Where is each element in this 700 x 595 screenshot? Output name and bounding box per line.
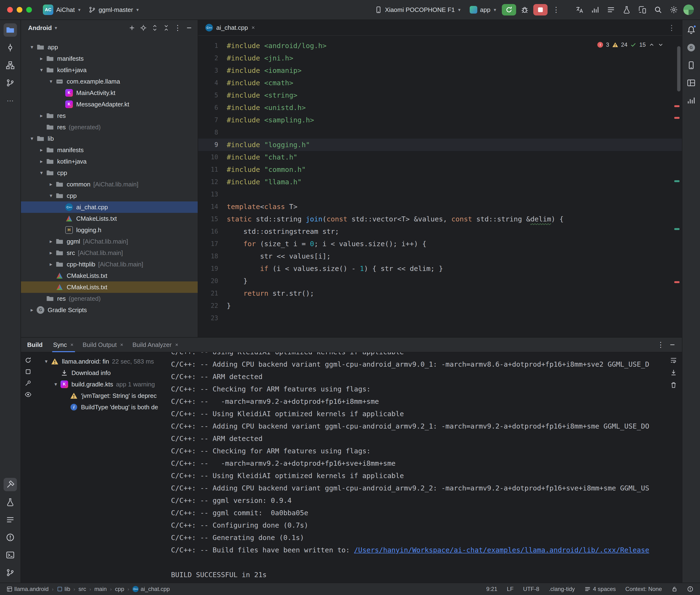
- editor-options-icon[interactable]: ⋮: [668, 24, 679, 32]
- chevron-down-icon[interactable]: ▾: [47, 78, 55, 85]
- context-widget[interactable]: Context: None: [625, 586, 662, 592]
- project-tree-item[interactable]: KMessageAdapter.kt: [21, 98, 198, 110]
- project-tree-item[interactable]: ▾app: [21, 41, 198, 53]
- analysis-mark[interactable]: [674, 180, 679, 182]
- pin-icon[interactable]: [25, 379, 32, 387]
- scroll-to-end-icon[interactable]: [670, 369, 677, 376]
- chevron-right-icon[interactable]: ▸: [37, 147, 46, 153]
- profiler-icon[interactable]: [589, 4, 601, 16]
- chevron-right-icon[interactable]: ▸: [47, 261, 55, 267]
- project-tree[interactable]: ▾app▸manifests▾kotlin+java▾com.example.l…: [21, 36, 198, 337]
- chevron-right-icon[interactable]: ▸: [47, 238, 55, 245]
- close-tab-icon[interactable]: [119, 343, 124, 347]
- device-selector[interactable]: Xiaomi POCOPHONE F1 ▾: [371, 4, 464, 16]
- tab-sync[interactable]: Sync: [49, 337, 78, 352]
- project-view-selector[interactable]: Android ▾: [28, 24, 57, 32]
- project-tree-item[interactable]: ▾lib: [21, 133, 198, 144]
- commit-tool-button[interactable]: [4, 41, 17, 54]
- tab-build-output[interactable]: Build Output: [78, 337, 128, 352]
- project-tree-item[interactable]: KMainActivity.kt: [21, 87, 198, 98]
- run-configuration-selector[interactable]: app ▾: [466, 4, 500, 16]
- more-run-actions-button[interactable]: ⋮: [550, 4, 562, 16]
- project-tree-item[interactable]: ▸src[AiChat.lib.main]: [21, 247, 198, 259]
- encoding-widget[interactable]: UTF-8: [523, 586, 539, 592]
- insights-tool-button[interactable]: [684, 94, 698, 107]
- zoom-window-button[interactable]: [26, 7, 32, 12]
- soft-wrap-icon[interactable]: [670, 357, 677, 364]
- chevron-down-icon[interactable]: ▾: [52, 381, 60, 387]
- project-tree-item[interactable]: ▾com.example.llama: [21, 76, 198, 87]
- stop-sync-icon[interactable]: [25, 368, 32, 375]
- version-control-tool-button[interactable]: [4, 566, 17, 579]
- project-tree-item[interactable]: ▸cpp-httplib[AiChat.lib.main]: [21, 259, 198, 270]
- previous-problem-icon[interactable]: [648, 42, 655, 48]
- caret-position-widget[interactable]: 9:21: [486, 586, 497, 592]
- project-tree-item[interactable]: Hlogging.h: [21, 224, 198, 236]
- build-tree-item[interactable]: ▾llama.android: fin22 sec, 583 ms: [35, 356, 169, 367]
- line-separator-widget[interactable]: LF: [507, 586, 513, 592]
- project-tree-item[interactable]: ▸GGradle Scripts: [21, 304, 198, 316]
- breadcrumb-item[interactable]: main: [94, 586, 107, 592]
- chevron-down-icon[interactable]: ▾: [28, 136, 36, 142]
- analysis-mark[interactable]: [674, 105, 679, 107]
- breadcrumb-item[interactable]: src: [78, 586, 86, 592]
- close-window-button[interactable]: [7, 7, 13, 12]
- settings-button[interactable]: [668, 4, 680, 16]
- avatar[interactable]: [683, 4, 694, 15]
- expand-all-button[interactable]: [149, 23, 160, 33]
- structure-tool-button[interactable]: [4, 59, 17, 72]
- breadcrumb-item[interactable]: C++ai_chat.cpp: [133, 586, 170, 592]
- breadcrumb-item[interactable]: llama.android: [7, 586, 49, 592]
- chevron-right-icon[interactable]: ▸: [37, 158, 46, 165]
- chevron-right-icon[interactable]: ▸: [37, 55, 46, 62]
- project-tree-item[interactable]: ▸ggml[AiChat.lib.main]: [21, 236, 198, 247]
- rerun-button[interactable]: [502, 4, 516, 16]
- build-events-tree[interactable]: ▾llama.android: fin22 sec, 583 msDownloa…: [35, 352, 169, 583]
- analysis-mark[interactable]: [674, 281, 679, 283]
- chevron-down-icon[interactable]: ▾: [37, 170, 46, 176]
- project-tree-item[interactable]: ▾cpp: [21, 167, 198, 178]
- app-inspection-tool-button[interactable]: [4, 495, 17, 509]
- debug-button[interactable]: [519, 4, 531, 16]
- analysis-mark[interactable]: [674, 117, 679, 119]
- clang-tidy-widget[interactable]: .clang-tidy: [549, 586, 575, 592]
- code-tools-icon[interactable]: [573, 4, 586, 16]
- lock-widget[interactable]: [671, 586, 678, 592]
- build-tree-item[interactable]: Download info: [35, 367, 169, 378]
- breadcrumb-item[interactable]: cpp: [115, 586, 124, 592]
- close-tab-icon[interactable]: [251, 25, 256, 30]
- project-tree-item[interactable]: ▸manifests: [21, 144, 198, 156]
- task-list-icon[interactable]: [605, 4, 617, 16]
- chevron-right-icon[interactable]: ▸: [47, 250, 55, 256]
- build-console[interactable]: C/C++: -- Using KleidiAI optimized kerne…: [169, 352, 665, 583]
- stop-button[interactable]: [533, 4, 548, 16]
- more-tool-windows-button[interactable]: ⋯: [4, 94, 17, 107]
- chevron-down-icon[interactable]: ▾: [42, 358, 51, 365]
- editor-tab-ai-chat-cpp[interactable]: C++ ai_chat.cpp: [200, 20, 260, 35]
- project-tree-item[interactable]: ▾kotlin+java: [21, 64, 198, 76]
- gradle-tool-button[interactable]: G: [684, 41, 698, 54]
- vcs-branch-selector[interactable]: ggml-master ▾: [85, 4, 142, 16]
- project-tree-item[interactable]: res(generated): [21, 121, 198, 133]
- project-tree-item[interactable]: ▸res: [21, 110, 198, 121]
- layout-inspector-tool-button[interactable]: [684, 76, 698, 89]
- project-selector[interactable]: AC AiChat ▾: [39, 3, 84, 17]
- project-tree-item[interactable]: CMakeLists.txt: [21, 281, 198, 293]
- panel-options-button[interactable]: ⋮: [172, 23, 183, 33]
- problems-tool-button[interactable]: [4, 531, 17, 544]
- minimize-window-button[interactable]: [17, 7, 22, 12]
- inspections-widget[interactable]: ! 3 24 15: [594, 40, 667, 50]
- status-indicator-widget[interactable]: [687, 586, 693, 592]
- chevron-right-icon[interactable]: ▸: [28, 307, 36, 313]
- hide-panel-button[interactable]: [184, 23, 194, 33]
- filter-messages-icon[interactable]: [25, 391, 32, 398]
- project-tree-item[interactable]: ▸manifests: [21, 53, 198, 64]
- close-tab-icon[interactable]: [175, 343, 179, 347]
- terminal-tool-button[interactable]: [4, 548, 17, 562]
- breadcrumb-item[interactable]: lib: [57, 586, 70, 592]
- add-button[interactable]: [127, 23, 137, 33]
- pull-requests-tool-button[interactable]: [4, 76, 17, 89]
- locate-file-button[interactable]: [138, 23, 149, 33]
- chevron-down-icon[interactable]: ▾: [28, 44, 36, 50]
- indent-widget[interactable]: 4 spaces: [585, 586, 616, 592]
